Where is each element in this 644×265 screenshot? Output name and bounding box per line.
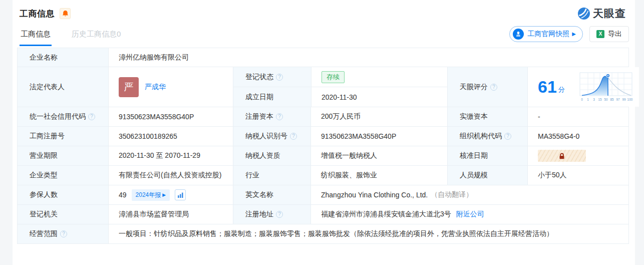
legal-rep-value: 严 严成华 [108,67,233,107]
table-row: 登记机关 漳浦县市场监督管理局 注册地址? 福建省漳州市漳浦县绥安镇金浦大道北3… [18,204,628,224]
legal-rep-name-link[interactable]: 严成华 [145,83,166,92]
annual-report-tag[interactable]: 2024年报 ▶ [132,189,170,201]
taxpayer-quality-value: 增值税一般纳税人 [310,146,447,165]
approval-date-label: 核准日期 [447,146,527,165]
page-title: 工商信息 [20,8,55,20]
snapshot-label: 工商官网快照 [527,30,569,39]
official-snapshot-button[interactable]: 工商官网快照 ▶ [509,26,583,42]
establish-date-label: 成立日期 [233,87,311,107]
reg-address-label: 注册地址? [233,205,310,224]
legal-rep-avatar[interactable]: 严 [119,77,139,97]
help-icon[interactable]: ? [290,133,297,140]
reg-address-text: 福建省漳州市漳浦县绥安镇金浦大道北3号 [321,210,451,219]
tabs-row: 工商信息 历史工商信息0 工商官网快照 ▶ X 导出 [15,26,629,46]
business-info-card: 工商信息 天眼查 工商信息 历史工商信息0 工商官网快照 [13,0,635,265]
help-icon[interactable]: ? [276,113,283,120]
staff-size-label: 人员规模 [447,166,527,185]
header-actions: 工商官网快照 ▶ X 导出 [509,26,629,46]
company-type-value: 有限责任公司(自然人投资或控股) [108,166,233,185]
score-distribution-chart[interactable]: 0 1 3 15 50 85 97 99 100 [578,71,635,104]
table-row: 法定代表人 严 严成华 登记状态? 存续 成立日期 2020-11-30 [18,67,628,107]
reg-authority-value: 漳浦县市场监督管理局 [108,205,233,224]
table-row: 登记状态? 存续 [233,67,447,87]
business-scope-label: 经营范围? [18,224,108,243]
bell-icon[interactable] [60,8,71,19]
svg-text:99: 99 [622,98,626,101]
score-label: 天眼评分? [447,67,527,107]
help-icon[interactable]: ? [88,113,95,120]
score-value: 61 分 [527,67,639,107]
arrow-right-icon: ▶ [572,31,576,37]
approval-date-value [527,146,628,165]
industry-label: 行业 [233,166,310,185]
help-icon[interactable]: ? [504,133,511,140]
help-icon[interactable]: ? [276,211,283,218]
annual-report-label: 2024年报 [136,191,161,199]
svg-text:3: 3 [593,98,595,101]
tianyancha-logo: 天眼查 [577,7,626,21]
nearby-companies-link[interactable]: 附近公司 [456,210,484,219]
trend-chart-button[interactable] [175,189,186,200]
table-row: 参保人数 49 2024年报 ▶ 英文名称 Zhangzhou Yina Clo [18,185,628,204]
taxpayer-id-value: 91350623MA3558G40P [310,127,447,146]
staff-size-value: 小于50人 [527,166,628,185]
tab-business-info[interactable]: 工商信息 [20,26,52,46]
tianyancha-logo-icon [577,7,590,20]
reg-capital-label: 注册资本? [233,107,310,126]
insured-count-label: 参保人数 [18,185,108,204]
table-row: 企业名称 漳州亿纳服饰有限公司 [18,48,628,67]
business-scope-value: 一般项目：针纺织品及原料销售；服装制造；服装服饰零售；服装服饰批发（除依法须经批… [108,224,628,243]
bar-chart-icon [177,192,184,198]
svg-text:97: 97 [616,98,620,101]
stamp-icon [513,29,524,40]
arrow-right-icon: ▶ [162,192,166,197]
locked-value[interactable] [538,150,586,162]
export-button[interactable]: X 导出 [589,26,629,42]
table-row: 经营范围? 一般项目：针纺织品及原料销售；服装制造；服装服饰零售；服装服饰批发（… [18,224,628,243]
help-icon[interactable]: ? [60,230,67,237]
credit-code-value: 91350623MA3558G40P [108,107,233,126]
establish-date-value: 2020-11-30 [311,87,447,107]
reg-status-label: 登记状态? [233,67,311,87]
org-code-label: 组织机构代码? [447,127,527,146]
svg-text:100: 100 [627,98,632,101]
insured-count-value: 49 2024年报 ▶ [108,185,233,204]
table-row: 统一社会信用代码? 91350623MA3558G40P 注册资本? 200万人… [18,107,628,126]
help-icon[interactable]: ? [276,74,283,81]
auto-translate-note: （自动翻译） [431,190,473,199]
paid-capital-value: - [527,107,628,126]
company-type-label: 企业类型 [18,166,108,185]
org-code-value: MA3558G4-0 [527,127,628,146]
english-name-text: Zhangzhou Yina Clothing Co., Ltd. [321,191,428,199]
paid-capital-label: 实缴资本 [447,107,527,126]
score-axis-labels: 0 1 3 15 50 85 97 99 100 [581,98,633,101]
svg-text:1: 1 [587,98,589,101]
status-badge: 存续 [321,71,345,83]
reg-number-value: 350623100189265 [108,127,233,146]
bell-glyph [62,10,69,17]
company-name-label: 企业名称 [18,48,108,67]
table-row: 成立日期 2020-11-30 [233,87,447,107]
svg-text:0: 0 [581,98,583,101]
reg-capital-value: 200万人民币 [310,107,447,126]
english-name-value: Zhangzhou Yina Clothing Co., Ltd. （自动翻译） [310,185,628,204]
status-date-group: 登记状态? 存续 成立日期 2020-11-30 [233,67,447,107]
business-term-label: 营业期限 [18,146,108,165]
english-name-label: 英文名称 [233,185,310,204]
tab-history-business-info[interactable]: 历史工商信息0 [71,26,122,46]
table-row: 营业期限 2020-11-30 至 2070-11-29 纳税人资质 增值税一般… [18,146,628,165]
table-row: 企业类型 有限责任公司(自然人投资或控股) 行业 纺织服装、服饰业 人员规模 小… [18,165,628,185]
header: 工商信息 天眼查 [15,0,629,21]
export-label: 导出 [608,30,622,39]
business-info-table: 企业名称 漳州亿纳服饰有限公司 法定代表人 严 严成华 登记状态? 存续 [17,48,629,244]
credit-code-label: 统一社会信用代码? [18,107,108,126]
company-name-value: 漳州亿纳服饰有限公司 [108,48,628,67]
reg-number-label: 工商注册号 [18,127,108,146]
svg-text:15: 15 [598,98,602,101]
help-icon[interactable]: ? [490,84,497,91]
lock-icon [559,153,565,159]
logo-text: 天眼查 [593,7,626,21]
svg-text:85: 85 [610,98,614,101]
insured-count-number: 49 [119,191,127,199]
reg-status-value: 存续 [311,67,447,87]
